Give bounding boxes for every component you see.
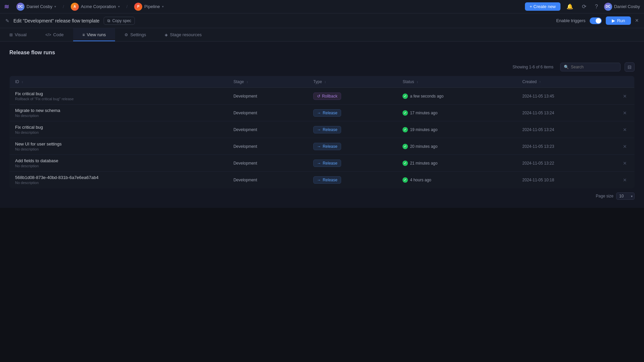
copy-spec-label: Copy spec <box>112 18 131 23</box>
row-subtitle-2: No description <box>15 130 223 134</box>
current-user-avatar: DC <box>604 3 612 11</box>
enable-triggers-toggle[interactable] <box>590 17 602 24</box>
nav-user-label: Daniel Cosby <box>26 4 52 9</box>
cell-stage-3: Development <box>228 138 308 155</box>
tab-code[interactable]: </> Code <box>36 28 73 41</box>
tab-stage-resources[interactable]: ◈ Stage resources <box>155 28 211 41</box>
delete-row-button-2[interactable]: ✕ <box>621 126 629 134</box>
tab-settings[interactable]: ⚙ Settings <box>115 28 155 41</box>
search-input[interactable] <box>571 65 617 69</box>
col-type: Type ↕ <box>308 76 397 88</box>
stage-value-2: Development <box>233 127 257 132</box>
page-size-select[interactable]: 102550100 <box>616 192 635 200</box>
nav-sep-1: / <box>63 4 64 9</box>
col-actions <box>615 76 635 88</box>
type-label-5: Release <box>323 178 337 182</box>
row-subtitle-3: No description <box>15 147 223 151</box>
type-badge-3: → Release <box>313 143 341 150</box>
cell-id-1: Migrate to new schema No description <box>10 105 228 121</box>
col-stage: Stage ↕ <box>228 76 308 88</box>
copy-spec-button[interactable]: ⧉ Copy spec <box>104 17 135 25</box>
search-box[interactable]: 🔍 <box>560 63 621 71</box>
close-button[interactable]: × <box>635 17 639 24</box>
delete-row-button-1[interactable]: ✕ <box>621 109 629 117</box>
delete-row-button-0[interactable]: ✕ <box>621 92 629 100</box>
cell-stage-2: Development <box>228 121 308 138</box>
cell-delete-2: ✕ <box>615 121 635 138</box>
cell-created-0: 2024-11-05 13:45 <box>517 88 615 105</box>
cell-delete-0: ✕ <box>615 88 635 105</box>
user-chevron-icon: ▾ <box>54 5 56 8</box>
cell-id-2: Fix critical bug No description <box>10 121 228 138</box>
tab-visual[interactable]: ⊞ Visual <box>0 28 36 41</box>
stage-value-0: Development <box>233 94 257 99</box>
table-toolbar: Showing 1-6 of 6 items 🔍 ⊟ <box>9 62 635 72</box>
table-row: 568b1d08-873e-40bd-831b-6a7e6ea67ab4 No … <box>10 172 635 188</box>
search-icon: 🔍 <box>564 65 569 69</box>
cell-type-2: → Release <box>308 121 397 138</box>
cell-type-0: ↺ Rollback <box>308 88 397 105</box>
delete-row-button-3[interactable]: ✕ <box>621 142 629 150</box>
stage-value-1: Development <box>233 111 257 115</box>
nav-org-label: Acme Corporation <box>81 4 116 9</box>
row-subtitle-0: Rollback of "Fix critical bug" release <box>15 97 223 101</box>
cell-status-5: 4 hours ago <box>397 172 517 188</box>
nav-org[interactable]: A Acme Corporation ▾ <box>67 1 123 12</box>
cell-created-2: 2024-11-05 13:24 <box>517 121 615 138</box>
showing-label: Showing 1-6 of 6 items <box>513 65 553 69</box>
stage-resources-tab-icon: ◈ <box>165 33 168 37</box>
delete-row-button-4[interactable]: ✕ <box>621 159 629 167</box>
cell-delete-1: ✕ <box>615 105 635 121</box>
stage-resources-tab-label: Stage resources <box>170 32 202 37</box>
cell-delete-3: ✕ <box>615 138 635 155</box>
type-badge-0: ↺ Rollback <box>313 93 341 100</box>
col-status: Status ↕ <box>397 76 517 88</box>
type-arrow-5: → <box>317 178 321 182</box>
cell-status-3: 20 minutes ago <box>397 138 517 155</box>
type-label-4: Release <box>323 161 337 166</box>
org-avatar: A <box>71 3 79 11</box>
table-row: Fix critical bug No description Developm… <box>10 121 635 138</box>
table-row: Migrate to new schema No description Dev… <box>10 105 635 121</box>
tab-view-runs[interactable]: ≡ View runs <box>73 28 115 41</box>
visual-tab-label: Visual <box>15 32 26 37</box>
cell-status-0: a few seconds ago <box>397 88 517 105</box>
cell-id-5: 568b1d08-873e-40bd-831b-6a7e6ea67ab4 No … <box>10 172 228 188</box>
nav-user[interactable]: DC Daniel Cosby ▾ <box>13 1 59 12</box>
grid-view-button[interactable]: ⊟ <box>625 62 635 72</box>
section-title: Release flow runs <box>9 50 635 56</box>
user-profile-nav[interactable]: DC Daniel Cosby <box>604 3 640 11</box>
type-arrow-1: → <box>317 111 321 115</box>
stage-value-4: Development <box>233 161 257 166</box>
create-new-button[interactable]: + Create new <box>525 2 560 11</box>
main-content: Release flow runs Showing 1-6 of 6 items… <box>0 42 644 208</box>
delete-row-button-5[interactable]: ✕ <box>621 176 629 184</box>
tabs-bar: ⊞ Visual </> Code ≡ View runs ⚙ Settings… <box>0 28 644 42</box>
run-button[interactable]: ▶ Run <box>606 16 631 25</box>
help-icon[interactable]: ? <box>592 2 601 11</box>
nav-pipeline[interactable]: P Pipeline ▾ <box>131 1 167 12</box>
cell-type-4: → Release <box>308 155 397 172</box>
view-runs-tab-icon: ≡ <box>83 33 85 37</box>
table-row: Fix critical bug Rollback of "Fix critic… <box>10 88 635 105</box>
notifications-icon[interactable]: 🔔 <box>564 2 576 11</box>
sort-id-icon: ↕ <box>21 80 23 84</box>
type-arrow-3: → <box>317 144 321 149</box>
row-subtitle-5: No description <box>15 181 223 185</box>
settings-tab-icon: ⚙ <box>124 33 128 37</box>
cell-stage-4: Development <box>228 155 308 172</box>
status-dot-2 <box>402 127 408 132</box>
edit-bar-title: Edit "Development" release flow template <box>13 18 100 23</box>
cell-type-1: → Release <box>308 105 397 121</box>
refresh-icon[interactable]: ⟳ <box>579 2 589 11</box>
created-value-4: 2024-11-05 13:22 <box>522 161 554 166</box>
status-dot-4 <box>402 161 408 166</box>
cell-status-2: 19 minutes ago <box>397 121 517 138</box>
sort-created-icon: ↑ <box>539 80 541 84</box>
row-title-1: Migrate to new schema <box>15 108 223 113</box>
row-title-0: Fix critical bug <box>15 91 223 96</box>
cell-delete-5: ✕ <box>615 172 635 188</box>
type-arrow-4: → <box>317 161 321 166</box>
status-cell-4: 21 minutes ago <box>402 161 512 166</box>
row-title-2: Fix critical bug <box>15 125 223 130</box>
